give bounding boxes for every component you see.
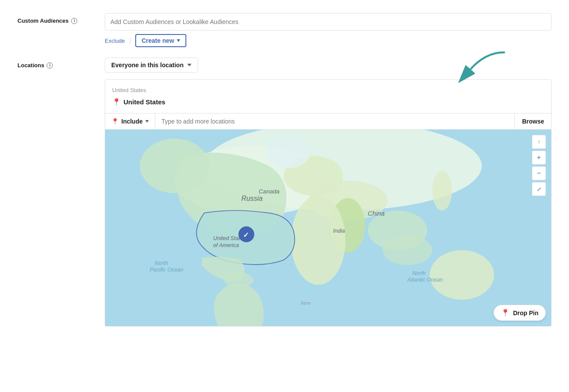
custom-audiences-content: Exclude | Create new bbox=[105, 13, 552, 47]
pin-icon: 📍 bbox=[112, 98, 121, 106]
custom-audiences-label: Custom Audiences i bbox=[17, 13, 105, 24]
svg-point-13 bbox=[432, 171, 452, 210]
custom-audiences-input[interactable] bbox=[105, 13, 552, 31]
page-wrapper: Custom Audiences i Exclude | Create new bbox=[0, 0, 569, 392]
custom-audiences-info-icon[interactable]: i bbox=[71, 18, 77, 24]
location-dropdown-label: Everyone in this location bbox=[111, 62, 184, 69]
location-panel: United States 📍 United States 📍 Include … bbox=[105, 79, 552, 327]
svg-text:Russia: Russia bbox=[241, 195, 263, 202]
include-section: 📍 Include bbox=[105, 113, 155, 129]
map-container: Russia China India Canada United States … bbox=[105, 130, 551, 326]
custom-audiences-row: Custom Audiences i Exclude | Create new bbox=[17, 13, 552, 47]
include-row: 📍 Include Browse bbox=[105, 113, 551, 130]
audiences-actions: Exclude | Create new bbox=[105, 34, 552, 47]
svg-text:Atlantic Ocean: Atlantic Ocean bbox=[407, 277, 443, 283]
drop-pin-label: Drop Pin bbox=[513, 309, 538, 316]
locations-label-text: Locations bbox=[17, 62, 44, 69]
drop-pin-icon: 📍 bbox=[501, 309, 510, 317]
include-pin-icon: 📍 bbox=[111, 118, 119, 125]
svg-text:Canada: Canada bbox=[259, 188, 280, 195]
svg-text:North: North bbox=[412, 270, 426, 276]
locations-info-icon[interactable]: i bbox=[47, 62, 53, 69]
svg-text:of America: of America bbox=[213, 242, 239, 248]
svg-text:here: here bbox=[301, 300, 311, 306]
divider-pipe: | bbox=[129, 37, 131, 45]
location-search-area: United States 📍 United States bbox=[105, 80, 551, 113]
svg-text:✓: ✓ bbox=[243, 231, 249, 239]
locations-content: Everyone in this location United States … bbox=[105, 58, 552, 327]
arrow-annotation bbox=[456, 48, 508, 84]
label-text: Custom Audiences bbox=[17, 17, 69, 24]
svg-point-9 bbox=[291, 196, 346, 285]
svg-text:China: China bbox=[368, 210, 385, 217]
us-tag-label: United States bbox=[123, 98, 165, 106]
map-zoom-out-button[interactable]: − bbox=[532, 166, 546, 180]
drop-pin-button[interactable]: 📍 Drop Pin bbox=[494, 305, 546, 321]
location-type-dropdown[interactable]: Everyone in this location bbox=[105, 58, 198, 72]
location-type-input[interactable] bbox=[155, 113, 514, 129]
world-map-svg: Russia China India Canada United States … bbox=[105, 130, 551, 326]
include-dropdown-arrow bbox=[145, 120, 149, 123]
teal-arrow-svg bbox=[456, 48, 508, 83]
svg-text:Pacific Ocean: Pacific Ocean bbox=[150, 267, 183, 273]
exclude-link[interactable]: Exclude bbox=[105, 38, 125, 44]
include-label: Include bbox=[121, 118, 143, 125]
create-new-label: Create new bbox=[141, 37, 174, 44]
create-new-button[interactable]: Create new bbox=[135, 34, 186, 47]
svg-text:North: North bbox=[155, 260, 168, 266]
locations-row: Locations i Everyone in this location Un… bbox=[17, 58, 552, 327]
location-dropdown-arrow bbox=[187, 64, 192, 66]
map-fullscreen-button[interactable]: ⤢ bbox=[532, 182, 546, 196]
svg-point-8 bbox=[383, 235, 432, 265]
location-search-hint: United States bbox=[112, 87, 544, 93]
browse-link[interactable]: Browse bbox=[514, 113, 551, 129]
us-tag: 📍 United States bbox=[112, 98, 165, 106]
svg-point-14 bbox=[430, 250, 494, 300]
locations-label: Locations i bbox=[17, 58, 105, 69]
map-zoom-in-button[interactable]: + bbox=[532, 151, 546, 165]
map-pan-up-button[interactable]: ↑ bbox=[532, 135, 546, 149]
svg-text:India: India bbox=[333, 228, 345, 234]
create-new-dropdown-arrow bbox=[177, 39, 180, 42]
map-controls: ↑ + − ⤢ bbox=[532, 135, 546, 196]
svg-point-12 bbox=[266, 134, 311, 168]
